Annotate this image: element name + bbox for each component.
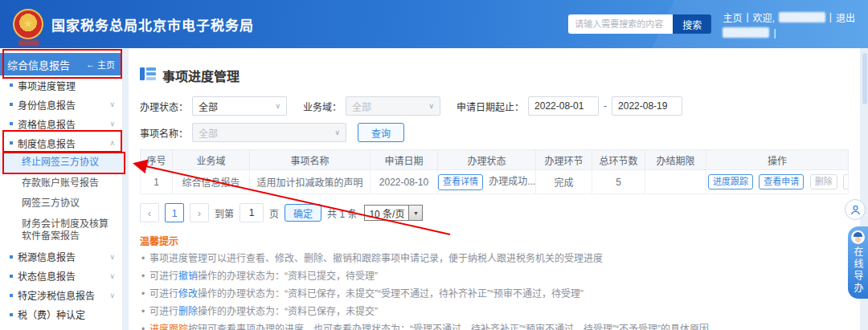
chevron-down-icon: ∨ bbox=[109, 291, 115, 299]
chevron-down-icon: ∨ bbox=[109, 253, 115, 261]
progress-track-button[interactable]: 进度跟踪 bbox=[708, 174, 753, 189]
sidebar-subitem-label: 存款账户账号报告 bbox=[22, 177, 99, 190]
status-select[interactable]: 全部 ∨ bbox=[192, 96, 287, 116]
sidebar-item-status-report[interactable]: 状态信息报告 ∨ bbox=[0, 267, 122, 286]
sidebar-subitem-tripartite-agreement[interactable]: 网签三方协议 bbox=[0, 194, 122, 214]
sidebar-subitem-accounting-system-filing[interactable]: 财务会计制度及核算软件备案报告 bbox=[0, 214, 122, 247]
view-application-button[interactable]: 查看申请 bbox=[759, 174, 804, 189]
status-filter-label: 办理状态： bbox=[140, 100, 188, 113]
date-range-label: 申请日期起止： bbox=[457, 100, 524, 113]
sidebar-item-label: 特定涉税信息报告 bbox=[18, 288, 95, 302]
user-links: 主页 | 欢迎, | 退出 | bbox=[723, 10, 855, 39]
sidebar-item-label: 资格信息报告 bbox=[18, 117, 76, 131]
sidebar-item-label: 税源信息报告 bbox=[18, 250, 76, 263]
online-guide-label: 在线导办 bbox=[851, 246, 865, 295]
date-from-input[interactable] bbox=[528, 96, 599, 116]
sidebar-subitem-label: 终止网签三方协议 bbox=[22, 157, 99, 169]
sidebar-item-system-report[interactable]: 制度信息报告 ∧ bbox=[0, 133, 122, 153]
delete-button[interactable]: 删除 bbox=[810, 174, 837, 189]
page-title: 事项进度管理 bbox=[162, 66, 240, 85]
next-page-button[interactable]: › bbox=[190, 203, 209, 222]
sidebar-item-progress-management[interactable]: 事项进度管理 bbox=[0, 75, 122, 95]
evaluate-button[interactable]: 评价 bbox=[843, 174, 848, 189]
cell-total-steps: 5 bbox=[592, 170, 645, 194]
query-button[interactable]: 查询 bbox=[358, 123, 404, 142]
sidebar-item-tax-source-report[interactable]: 税源信息报告 ∨ bbox=[0, 247, 122, 267]
page-size-select[interactable]: 10 条/页 ▼ bbox=[364, 205, 423, 221]
table-header-row: 序号 业务域 事项名称 申请日期 办理状态 办理环节 总环节数 办结期限 操作 bbox=[141, 150, 849, 170]
col-header-stage: 办理环节 bbox=[536, 150, 592, 170]
status-text: 办理成功... bbox=[489, 176, 535, 187]
back-arrow-icon: ← bbox=[86, 59, 95, 69]
sidebar-subitem-label: 网签三方协议 bbox=[22, 198, 80, 210]
item-name-filter-label: 事项名称： bbox=[140, 126, 188, 140]
sidebar-item-qualification-report[interactable]: 资格信息报告 ∨ bbox=[0, 114, 122, 133]
top-header: ★ 国家税务总局北京市电子税务局 搜索 主页 | 欢迎, | 退出 | bbox=[0, 0, 868, 48]
separator: | bbox=[829, 11, 832, 22]
sidebar-item-tax-type-determination[interactable]: 税（费）种认定 bbox=[0, 305, 122, 324]
page-unit-label: 页 bbox=[269, 206, 279, 220]
tip-text: 操作的办理状态为：“资料已提交，待受理” bbox=[198, 271, 378, 282]
prev-page-button[interactable]: ‹ bbox=[140, 203, 159, 222]
item-name-select[interactable]: 全部 ∨ bbox=[192, 123, 346, 142]
tip-line: 可进行修改操作的办理状态为：“资料已保存，未提交”“受理不通过，待补齐补正”“预… bbox=[140, 288, 849, 300]
cell-domain: 综合信息报告 bbox=[173, 170, 250, 194]
col-header-total-steps: 总环节数 bbox=[592, 150, 645, 170]
col-header-status: 办理状态 bbox=[438, 150, 536, 170]
tip-text: 事项进度管理可以进行查看、修改、删除、撤销和跟踪事项申请记录，便于纳税人跟进税务… bbox=[149, 253, 603, 264]
logo-signature bbox=[18, 40, 39, 46]
site-title: 国家税务总局北京市电子税务局 bbox=[51, 14, 254, 35]
goto-page-input[interactable] bbox=[240, 203, 264, 222]
domain-select[interactable]: 全部 ∨ bbox=[346, 96, 440, 116]
tip-text: 按钮可查看事项办理的进度，也可查看办理状态为：“受理不通过，待补齐补正”“预审不… bbox=[188, 324, 719, 330]
separator: | bbox=[746, 11, 748, 22]
national-emblem-logo: ★ bbox=[13, 9, 43, 39]
sidebar-home-link[interactable]: ← 主页 bbox=[86, 58, 115, 71]
progress-table: 序号 业务域 事项名称 申请日期 办理状态 办理环节 总环节数 办结期限 操作 … bbox=[140, 149, 849, 194]
confirm-page-button[interactable]: 确定 bbox=[285, 204, 321, 222]
sidebar-item-special-tax-report[interactable]: 特定涉税信息报告 ∨ bbox=[0, 286, 122, 305]
chevron-down-icon: ∨ bbox=[109, 272, 115, 280]
sidebar-subitem-deposit-account-report[interactable]: 存款账户账号报告 bbox=[0, 173, 122, 194]
date-to-input[interactable] bbox=[612, 96, 682, 116]
pagination: ‹ 1 › 到第 页 确定 共 1 条 10 条/页 ▼ bbox=[140, 203, 849, 222]
sidebar-item-identity-report[interactable]: 身份信息报告 ∨ bbox=[0, 95, 122, 114]
col-header-date: 申请日期 bbox=[371, 150, 438, 170]
col-header-seq: 序号 bbox=[141, 150, 173, 170]
online-guide-tab[interactable]: 在线导办 bbox=[848, 226, 868, 299]
page-title-icon bbox=[140, 67, 156, 84]
tip-text: 可进行 bbox=[149, 288, 178, 299]
dropdown-arrow-icon: ▼ bbox=[408, 206, 422, 220]
tip-text: 可进行 bbox=[149, 306, 178, 317]
redacted-taxpayer-name bbox=[723, 27, 769, 38]
star-icon: ★ bbox=[23, 18, 34, 29]
tip-text: 操作的办理状态为：“资料已保存，未提交”“受理不通过，待补齐补正”“预审不通过，… bbox=[198, 288, 583, 299]
tip-line: 可进行删除操作的办理状态为：“资料已保存，未提交” bbox=[140, 306, 849, 318]
sidebar-category-title: 综合信息报告 bbox=[7, 57, 70, 72]
date-range-separator: - bbox=[604, 100, 607, 112]
item-name-select-value: 全部 bbox=[199, 126, 218, 140]
cell-deadline bbox=[645, 170, 706, 194]
tip-text: 可进行 bbox=[149, 271, 178, 282]
tip-cancel-keyword: 撤销 bbox=[178, 271, 198, 282]
goto-label: 到第 bbox=[215, 206, 234, 220]
sidebar-header[interactable]: 综合信息报告 ← 主页 bbox=[0, 53, 122, 75]
cell-name: 适用加计扣减政策的声明 bbox=[250, 170, 371, 194]
cell-stage: 完成 bbox=[536, 170, 592, 194]
tip-line: 进度跟踪按钮可查看事项办理的进度，也可查看办理状态为：“受理不通过，待补齐补正”… bbox=[140, 324, 849, 330]
sidebar-subitem-terminate-tripartite-agreement[interactable]: 终止网签三方协议 bbox=[0, 153, 122, 173]
separator: | bbox=[773, 27, 776, 39]
tip-line: 事项进度管理可以进行查看、修改、删除、撤销和跟踪事项申请记录，便于纳税人跟进税务… bbox=[140, 253, 849, 265]
search-button[interactable]: 搜索 bbox=[673, 14, 711, 34]
logout-link[interactable]: 退出 bbox=[836, 10, 855, 24]
tips-section: 温馨提示 事项进度管理可以进行查看、修改、删除、撤销和跟踪事项申请记录，便于纳税… bbox=[140, 234, 849, 330]
home-link[interactable]: 主页 bbox=[723, 10, 742, 24]
view-detail-button[interactable]: 查看详情 bbox=[438, 174, 483, 189]
sidebar-item-label: 身份信息报告 bbox=[18, 98, 76, 112]
scrollbar-thumb[interactable] bbox=[862, 53, 867, 104]
current-page-number[interactable]: 1 bbox=[165, 203, 184, 222]
contact-person-icon[interactable] bbox=[845, 199, 866, 220]
search-input[interactable] bbox=[568, 14, 673, 34]
header-search: 搜索 bbox=[568, 14, 711, 34]
domain-select-value: 全部 bbox=[352, 100, 371, 113]
